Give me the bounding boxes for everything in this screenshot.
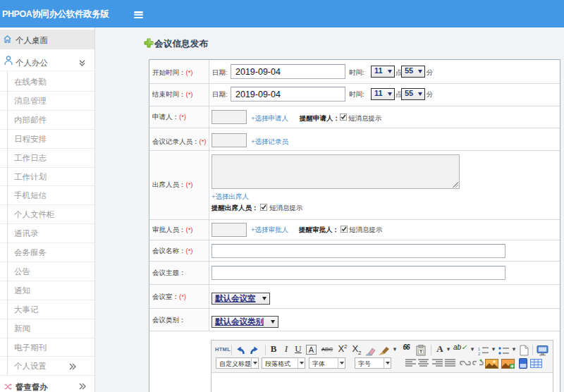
svg-text:2: 2	[478, 352, 480, 356]
svg-text:1: 1	[478, 347, 480, 351]
svg-text:T: T	[419, 350, 422, 354]
